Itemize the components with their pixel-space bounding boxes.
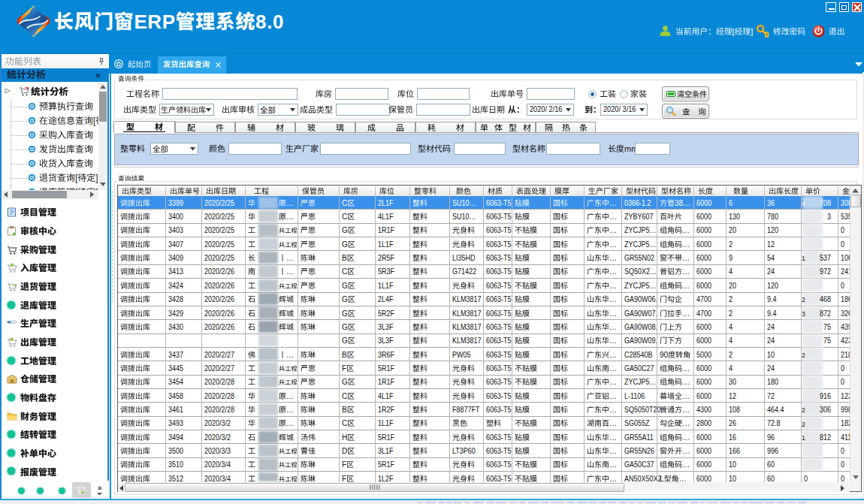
svg-text:2020/2/26: 2020/2/26: [204, 309, 234, 318]
svg-text:G: G: [342, 240, 348, 249]
svg-text:6063-T5: 6063-T5: [486, 474, 511, 483]
svg-text:2: 2: [729, 240, 733, 249]
svg-text:F: F: [342, 475, 346, 483]
svg-text:537: 537: [820, 254, 831, 263]
svg-text:3454: 3454: [168, 378, 183, 387]
svg-text:2020/2/26: 2020/2/26: [204, 267, 234, 276]
svg-text:…: …: [609, 309, 617, 317]
svg-text:3494: 3494: [168, 433, 183, 442]
svg-text:6000: 6000: [696, 322, 711, 331]
svg-text:2020/3/4: 2020/3/4: [204, 460, 231, 469]
svg-text:6000: 6000: [696, 212, 711, 221]
svg-text:…: …: [682, 240, 690, 249]
svg-text:72: 72: [767, 391, 775, 400]
svg-text:120: 120: [767, 226, 778, 235]
svg-text:972: 972: [820, 267, 831, 276]
svg-text:10: 10: [767, 350, 775, 359]
svg-text:ZYCJP5…: ZYCJP5…: [624, 378, 656, 387]
svg-text:…: …: [286, 267, 294, 276]
svg-text:916: 916: [820, 391, 831, 400]
svg-text:C: C: [342, 391, 347, 400]
svg-text:6063-T5: 6063-T5: [486, 267, 511, 276]
svg-text:KLM3817: KLM3817: [452, 295, 481, 304]
svg-text:3445: 3445: [168, 364, 183, 373]
svg-text:2020/3/2: 2020/3/2: [204, 433, 231, 442]
svg-text:2L1F: 2L1F: [378, 198, 394, 207]
svg-text:6000: 6000: [696, 240, 711, 249]
svg-text:3512: 3512: [168, 474, 183, 483]
svg-text:2020/2/25: 2020/2/25: [204, 254, 234, 263]
svg-text:2: 2: [802, 351, 805, 359]
svg-text:20: 20: [729, 226, 736, 235]
svg-text:PW05: PW05: [452, 350, 470, 359]
svg-text:2R5F: 2R5F: [378, 254, 394, 263]
svg-text:G: G: [342, 295, 348, 303]
svg-text:6000: 6000: [696, 198, 711, 207]
svg-text:…: …: [609, 267, 617, 276]
svg-text:C: C: [342, 419, 347, 427]
svg-text:5R3F: 5R3F: [378, 267, 394, 276]
svg-text:…: …: [609, 213, 617, 221]
svg-text:SQ50X2…: SQ50X2…: [624, 267, 657, 276]
svg-text:3L1F: 3L1F: [378, 446, 394, 455]
svg-text:12: 12: [729, 391, 736, 400]
svg-text:GA50C27: GA50C27: [624, 364, 654, 373]
svg-text:10: 10: [729, 474, 736, 483]
svg-text:4L1F: 4L1F: [378, 391, 394, 400]
svg-text:3493: 3493: [168, 419, 183, 428]
svg-text:75: 75: [823, 322, 831, 331]
svg-text:LI35HD: LI35HD: [452, 254, 476, 263]
svg-text:6000: 6000: [696, 364, 711, 373]
svg-text:GA50C37: GA50C37: [624, 460, 654, 469]
svg-text:ERP: ERP: [134, 11, 175, 33]
svg-text:2: 2: [729, 295, 733, 304]
svg-text:…: …: [609, 475, 617, 483]
svg-text:3500: 3500: [168, 446, 183, 455]
svg-text:8.0: 8.0: [255, 11, 284, 33]
svg-text:4: 4: [802, 199, 805, 207]
svg-text:…: …: [286, 391, 294, 400]
svg-text:«: «: [95, 69, 101, 80]
svg-text:ZYCJP5…: ZYCJP5…: [624, 240, 656, 249]
svg-text:…: …: [286, 213, 294, 221]
svg-text:L: L: [660, 475, 664, 483]
svg-text:1L1F: 1L1F: [378, 240, 394, 249]
svg-text:4: 4: [729, 364, 733, 373]
svg-text:9: 9: [729, 254, 733, 263]
svg-text:6000: 6000: [696, 474, 711, 483]
svg-text:72.8: 72.8: [767, 419, 781, 428]
svg-text:2020/2/26: 2020/2/26: [204, 281, 234, 290]
svg-text:6063-T5: 6063-T5: [486, 281, 511, 290]
svg-text:ZYBY607: ZYBY607: [624, 212, 653, 221]
svg-text:2800: 2800: [696, 419, 711, 428]
svg-text:0: 0: [804, 474, 808, 483]
svg-text:…: …: [682, 282, 690, 290]
svg-text:…: …: [682, 433, 690, 441]
svg-text:G71422: G71422: [452, 267, 476, 276]
svg-text:GA90W07.: GA90W07.: [624, 309, 657, 318]
svg-text:G: G: [342, 337, 348, 345]
svg-text:3461: 3461: [168, 405, 183, 414]
svg-text:120: 120: [767, 281, 778, 290]
svg-text:2020/3/2: 2020/3/2: [204, 419, 231, 428]
svg-text:G: G: [342, 309, 348, 317]
svg-text:H: H: [342, 433, 347, 441]
svg-text:468: 468: [820, 295, 831, 304]
svg-text:…: …: [609, 323, 617, 331]
svg-text:4L1F: 4L1F: [378, 212, 394, 221]
svg-text:4: 4: [729, 322, 733, 331]
svg-text:1L2F: 1L2F: [378, 474, 394, 483]
svg-text:5R1F: 5R1F: [378, 433, 394, 442]
svg-text:2020/2/28: 2020/2/28: [204, 405, 234, 414]
svg-text:…: …: [679, 475, 687, 483]
svg-text:6000: 6000: [696, 281, 711, 290]
svg-text:24: 24: [767, 322, 775, 331]
svg-text:5R2F: 5R2F: [378, 309, 394, 318]
svg-text:5000: 5000: [696, 350, 711, 359]
svg-text:6063-T5: 6063-T5: [486, 254, 511, 263]
svg-text:780: 780: [767, 212, 778, 221]
svg-text:60: 60: [767, 460, 775, 469]
svg-text:D: D: [342, 447, 347, 455]
svg-text:1R1F: 1R1F: [378, 226, 394, 235]
svg-text:B: B: [342, 350, 347, 358]
